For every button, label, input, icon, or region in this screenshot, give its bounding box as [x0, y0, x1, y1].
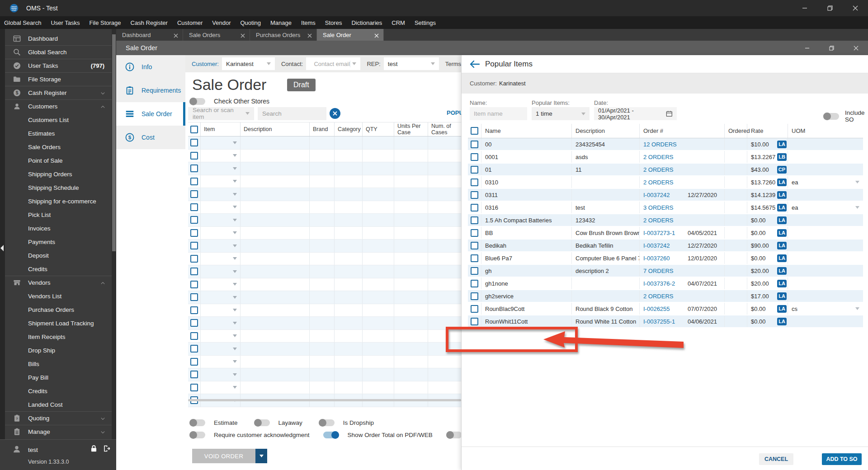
row-checkbox[interactable] — [190, 242, 198, 249]
horizontal-scrollbar[interactable] — [188, 399, 461, 401]
menu-item-dictionaries[interactable]: Dictionaries — [351, 19, 382, 26]
sidebar-item-customers-list[interactable]: Customers List — [5, 113, 112, 127]
step-info[interactable]: Info — [116, 55, 185, 79]
order-link[interactable]: 3 ORDERS — [643, 204, 688, 211]
sidebar-item-credits[interactable]: Credits — [5, 262, 112, 276]
row-checkbox[interactable] — [190, 203, 198, 211]
sidebar-item-dashboard[interactable]: Dashboard — [5, 32, 112, 45]
item-dropdown-icon[interactable] — [233, 244, 237, 247]
sidebar-item-bills[interactable]: Bills — [5, 357, 112, 371]
sidebar-item-user-tasks[interactable]: User Tasks(797) — [5, 59, 112, 72]
row-checkbox[interactable] — [190, 332, 198, 340]
sidebar-collapse-icon[interactable] — [0, 244, 5, 252]
tab-sale-order[interactable]: Sale Order — [317, 29, 384, 41]
sidebar-item-global-search[interactable]: Global Search — [5, 45, 112, 59]
sidebar-item-landed-cost[interactable]: Landed Cost — [5, 398, 112, 411]
app-close-button[interactable] — [843, 0, 868, 16]
clear-search-icon[interactable] — [330, 108, 340, 119]
tab-sale-orders[interactable]: Sale Orders — [183, 29, 250, 41]
sidebar-item-quoting[interactable]: ?Quoting — [5, 411, 112, 425]
app-minimize-button[interactable] — [792, 0, 817, 16]
search-input[interactable] — [258, 107, 326, 120]
menu-item-cash-register[interactable]: Cash Register — [131, 19, 168, 26]
menu-item-file-storage[interactable]: File Storage — [89, 19, 121, 26]
sidebar-item-sale-orders[interactable]: Sale Orders — [5, 140, 112, 154]
row-checkbox[interactable] — [471, 166, 478, 174]
row-checkbox[interactable] — [190, 371, 198, 378]
sidebar-item-purchase-orders[interactable]: Purchase Orders — [5, 303, 112, 316]
item-dropdown-icon[interactable] — [233, 154, 237, 157]
row-checkbox[interactable] — [471, 229, 478, 237]
sidebar-item-pick-list[interactable]: Pick List — [5, 208, 112, 221]
sidebar-item-payments[interactable]: Payments — [5, 235, 112, 249]
order-link[interactable]: 7 ORDERS — [643, 268, 688, 274]
sidebar-item-shipping-schedule[interactable]: Shipping Schedule — [5, 181, 112, 194]
order-link[interactable]: 2 ORDERS — [643, 179, 688, 186]
sidebar-item-shipping-for-e-commerce[interactable]: Shipping for e-commerce — [5, 194, 112, 208]
menu-item-vendor[interactable]: Vendor — [212, 19, 231, 26]
sidebar-item-credits[interactable]: Credits — [5, 384, 112, 398]
logout-icon[interactable] — [103, 444, 111, 453]
row-checkbox[interactable] — [471, 305, 478, 313]
cancel-button[interactable]: CANCEL — [759, 453, 793, 465]
toggle-is-dropship[interactable] — [319, 419, 335, 426]
tab-dashboard[interactable]: Dashboard — [116, 29, 183, 41]
item-dropdown-icon[interactable] — [233, 296, 237, 299]
add-to-so-button[interactable]: ADD TO SO — [822, 453, 862, 465]
item-dropdown-icon[interactable] — [233, 206, 237, 208]
order-link[interactable]: I-0037273-1 — [643, 230, 688, 236]
sidebar-item-shipping-orders[interactable]: Shipping Orders — [5, 167, 112, 181]
select-all-checkbox[interactable] — [471, 127, 478, 135]
row-checkbox[interactable] — [190, 216, 198, 224]
menu-item-settings[interactable]: Settings — [415, 19, 436, 26]
sidebar-item-drop-ship[interactable]: Drop Ship — [5, 343, 112, 357]
row-checkbox[interactable] — [471, 254, 478, 262]
tab-close-icon[interactable] — [241, 33, 245, 37]
row-checkbox[interactable] — [471, 280, 478, 287]
select-all-checkbox[interactable] — [190, 126, 198, 133]
order-link[interactable]: I-0037260 — [643, 255, 688, 262]
inner-restore-button[interactable] — [819, 41, 844, 55]
row-checkbox[interactable] — [471, 204, 478, 212]
tab-close-icon[interactable] — [174, 33, 178, 37]
void-order-dropdown[interactable] — [255, 449, 267, 463]
inner-minimize-button[interactable] — [795, 41, 819, 55]
include-so-toggle[interactable] — [823, 113, 839, 120]
sidebar-item-customers[interactable]: Customers — [5, 99, 112, 113]
menu-item-items[interactable]: Items — [301, 19, 316, 26]
row-checkbox[interactable] — [471, 318, 478, 325]
menu-item-crm[interactable]: CRM — [392, 19, 405, 26]
item-dropdown-icon[interactable] — [233, 348, 237, 350]
row-checkbox[interactable] — [190, 293, 198, 301]
order-link[interactable]: 2 ORDERS — [643, 293, 688, 300]
sidebar-item-invoices[interactable]: Invoices — [5, 221, 112, 235]
menu-item-user-tasks[interactable]: User Tasks — [51, 19, 80, 26]
back-arrow-icon[interactable] — [470, 60, 480, 68]
row-checkbox[interactable] — [190, 358, 198, 366]
order-link[interactable]: 12 ORDERS — [643, 141, 688, 148]
sidebar-item-vendors-list[interactable]: Vendors List — [5, 289, 112, 303]
step-requirements[interactable]: Requirements — [116, 79, 185, 102]
row-checkbox[interactable] — [190, 139, 198, 146]
row-checkbox[interactable] — [190, 152, 198, 160]
order-link[interactable]: 2 ORDERS — [643, 154, 688, 160]
inner-close-button[interactable] — [844, 41, 868, 55]
item-dropdown-icon[interactable] — [233, 167, 237, 170]
check-other-stores-toggle[interactable] — [189, 98, 205, 105]
order-link[interactable]: 2 ORDERS — [643, 166, 688, 173]
item-dropdown-icon[interactable] — [233, 373, 237, 376]
step-cost[interactable]: $Cost — [116, 126, 185, 149]
row-checkbox[interactable] — [190, 229, 198, 237]
item-dropdown-icon[interactable] — [233, 270, 237, 273]
row-checkbox[interactable] — [471, 292, 478, 300]
toggle-show-order-total-on-pdf-web[interactable] — [323, 432, 339, 438]
item-dropdown-icon[interactable] — [233, 322, 237, 324]
tab-close-icon[interactable] — [307, 33, 312, 37]
order-link[interactable]: I-0026255 — [643, 306, 688, 312]
item-dropdown-icon[interactable] — [233, 141, 237, 144]
toggle-auto-email-confirma[interactable] — [446, 432, 462, 438]
sidebar-item-deposit[interactable]: Deposit — [5, 249, 112, 262]
row-checkbox[interactable] — [190, 306, 198, 314]
item-dropdown-icon[interactable] — [233, 180, 237, 183]
void-order-button[interactable]: VOID ORDER — [192, 449, 255, 463]
